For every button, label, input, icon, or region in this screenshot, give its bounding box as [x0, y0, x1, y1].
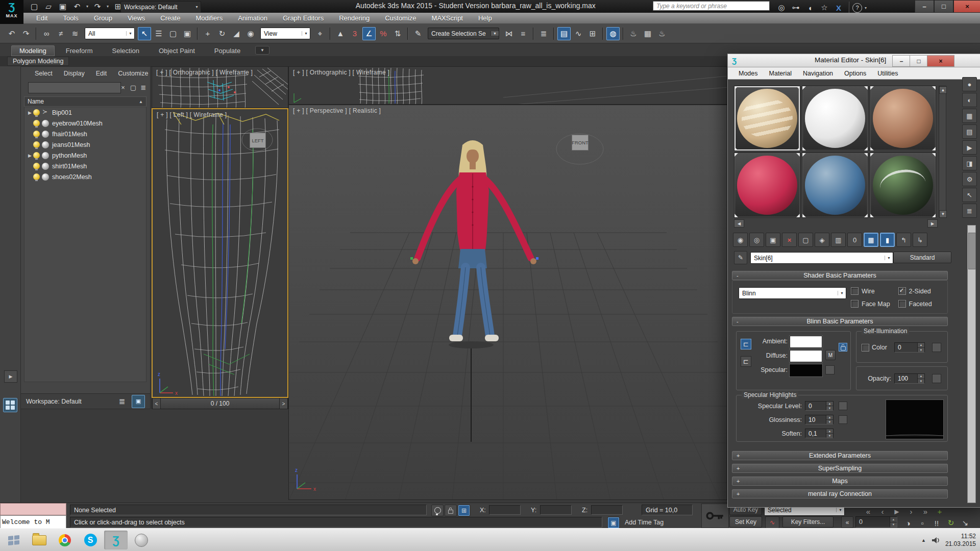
close-button[interactable]: ×	[927, 55, 954, 67]
taskbar-skype-button[interactable]: S	[79, 531, 102, 549]
menu-item[interactable]: Modes	[733, 70, 764, 77]
sample-type-icon[interactable]: ●	[962, 77, 977, 91]
rectangular-selection-icon[interactable]: ▢	[166, 27, 180, 40]
assign-material-to-selection-icon[interactable]: ▣	[766, 233, 780, 247]
menu-item[interactable]: Edit	[29, 14, 55, 22]
name-column-header[interactable]: Name ▲	[24, 96, 146, 107]
material-editor-titlebar[interactable]: Ʒ Material Editor - Skin[6] – □ ×	[728, 54, 980, 67]
list-item[interactable]: jeans01Mesh	[24, 139, 146, 150]
video-color-check-icon[interactable]: ▶	[962, 140, 977, 155]
menu-item[interactable]: Customize	[377, 14, 424, 22]
taskbar-3dsmax-button[interactable]: Ʒ	[104, 531, 128, 549]
material-options-icon[interactable]: ⚙	[962, 172, 977, 186]
menu-item[interactable]: Utilities	[872, 70, 903, 77]
get-material-icon[interactable]: ◉	[733, 233, 748, 247]
menu-item[interactable]: Modifiers	[188, 14, 230, 22]
undo-dropdown-icon[interactable]: ▾	[85, 1, 90, 12]
put-to-library-icon[interactable]: ▥	[831, 233, 846, 247]
rollout-header[interactable]: + mental ray Connection	[732, 489, 948, 498]
self-illumination-spinner[interactable]: 0 ▴▾	[894, 342, 925, 353]
schematic-view-icon[interactable]: ⊞	[586, 27, 599, 40]
ambient-color-swatch[interactable]	[790, 336, 822, 348]
opacity-map-button[interactable]	[932, 374, 941, 383]
mirror-icon[interactable]: ⋈	[502, 27, 516, 40]
taskbar-file-explorer-button[interactable]	[28, 531, 51, 549]
open-file-icon[interactable]: ▱	[42, 1, 55, 12]
add-time-tag-label[interactable]: Add Time Tag	[625, 519, 664, 526]
specular-level-spinner[interactable]: 0 ▴▾	[805, 401, 834, 411]
search-preset-icon[interactable]: ▢	[128, 82, 138, 92]
snaps-toggle-icon[interactable]: 3	[348, 27, 361, 40]
application-menu-button[interactable]: Ʒ MAX	[0, 0, 23, 24]
time-tag-icon[interactable]: ▣	[607, 517, 620, 529]
ribbon-tab[interactable]: Modeling	[11, 45, 55, 56]
percent-snap-icon[interactable]: %	[377, 27, 390, 40]
maxscript-mini-listener[interactable]	[0, 503, 66, 515]
z-coordinate-field[interactable]	[591, 505, 623, 515]
menu-item[interactable]: Animation	[230, 14, 275, 22]
visibility-bulb-icon[interactable]	[33, 120, 40, 127]
key-curve-icon[interactable]: ∿	[765, 516, 779, 529]
expand-arrow-icon[interactable]: ▶	[27, 153, 33, 158]
reset-map-icon[interactable]: ×	[782, 233, 797, 247]
diffuse-map-button[interactable]: M	[825, 350, 836, 360]
viewport-perspective[interactable]: [ + ] [ Perspective ] [ Realistic ] FRON…	[288, 105, 727, 500]
workspace-label[interactable]: Workspace: Default	[26, 398, 82, 405]
select-by-material-icon[interactable]: ↖	[962, 188, 977, 202]
rendered-frame-window-icon[interactable]: ▦	[641, 27, 654, 40]
list-item[interactable]: eyebrow010Mesh	[24, 118, 146, 129]
next-frame-icon[interactable]: >	[279, 398, 288, 409]
sample-slot-denim[interactable]	[802, 153, 868, 218]
selection-filter-dropdown[interactable]: All▾	[85, 28, 135, 39]
viewport-left[interactable]: [ + ] [ Left ] [ Wireframe ] LEFT z x	[152, 108, 288, 398]
ribbon-panel-label[interactable]: Polygon Modeling	[7, 57, 69, 66]
previous-key-icon[interactable]: «	[841, 516, 853, 528]
visibility-bulb-icon[interactable]	[33, 141, 40, 148]
select-object-icon[interactable]: ↖	[138, 27, 151, 40]
shader-type-dropdown[interactable]: Blinn ▾	[739, 287, 846, 299]
material-id-channel-icon[interactable]: 0	[847, 233, 862, 247]
current-frame-field[interactable]: 0 ▴▾	[855, 516, 897, 528]
expand-panel-icon[interactable]: ▶	[4, 370, 17, 383]
menu-item[interactable]: Options	[839, 70, 872, 77]
list-item[interactable]: fhair01Mesh	[24, 129, 146, 139]
viewcube-front[interactable]: FRONT	[572, 135, 589, 151]
glossiness-map-button[interactable]	[839, 415, 847, 424]
maximize-button[interactable]: □	[910, 55, 928, 67]
visibility-bulb-icon[interactable]	[33, 163, 40, 169]
viewport-label[interactable]: [ + ] [ Left ] [ Wireframe ]	[157, 111, 227, 118]
help-icon[interactable]: ?	[852, 3, 862, 13]
visibility-bulb-icon[interactable]	[33, 152, 40, 159]
scene-explorer-toggle-icon[interactable]: ▤	[557, 27, 571, 40]
search-settings-icon[interactable]: ≣	[138, 82, 149, 92]
sample-slot-shoe[interactable]	[870, 153, 936, 218]
key-filters-button[interactable]: Key Filters...	[782, 516, 834, 528]
new-file-icon[interactable]: ▢	[28, 1, 41, 12]
viewport-layout-icon[interactable]	[3, 398, 17, 412]
undo-icon[interactable]: ↶	[70, 1, 84, 12]
select-and-manipulate-icon[interactable]: ◉	[244, 27, 257, 40]
sample-slot-white[interactable]	[802, 86, 868, 151]
viewport-label[interactable]: [ + ] [ Perspective ] [ Realistic ]	[293, 107, 381, 114]
viewport-label[interactable]: [ + ] [ Orthographic ] [ Wireframe ]	[156, 69, 253, 76]
show-end-result-icon[interactable]: ▮	[880, 233, 895, 247]
viewport-top-left[interactable]: [ + ] [ Orthographic ] [ Wireframe ]	[152, 66, 288, 108]
window-crossing-icon[interactable]: ▣	[181, 27, 194, 40]
viewcube-left[interactable]: LEFT	[250, 133, 266, 148]
menu-item[interactable]: MAXScript	[424, 14, 471, 22]
spinner-snap-icon[interactable]: ⇅	[391, 27, 404, 40]
start-button[interactable]	[2, 531, 26, 549]
scene-explorer-search-input[interactable]	[28, 82, 121, 93]
ribbon-tab[interactable]: Populate	[206, 45, 249, 56]
sample-uv-tiling-icon[interactable]: ▤	[962, 124, 977, 139]
menu-item[interactable]: Rendering	[331, 14, 377, 22]
previous-frame-icon[interactable]: <	[152, 398, 161, 409]
list-item[interactable]: ▶ pythonMesh	[24, 150, 146, 161]
make-unique-icon[interactable]: ◈	[815, 233, 829, 247]
render-production-icon[interactable]: ♨	[655, 27, 669, 40]
sample-slot-red[interactable]	[734, 153, 800, 218]
shader-rollout-header[interactable]: -Shader Basic Parameters	[732, 271, 948, 280]
reference-coordinate-dropdown[interactable]: View▾	[260, 28, 310, 39]
rollout-header[interactable]: + Extended Parameters	[732, 451, 948, 460]
keyboard-shortcut-key-icon[interactable]	[701, 504, 729, 528]
